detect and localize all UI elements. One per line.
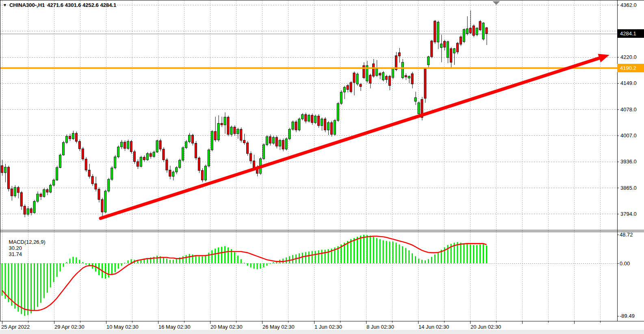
candle: [308, 114, 310, 123]
candle: [40, 193, 42, 200]
candle: [269, 134, 271, 145]
candle: [20, 191, 22, 210]
macd-signal-value: 31.74: [9, 251, 22, 257]
candle: [382, 71, 384, 81]
time-scale[interactable]: 25 Apr 202229 Apr 02:3010 May 02:3016 Ma…: [1, 321, 601, 330]
candle: [50, 184, 52, 193]
candle: [7, 166, 9, 191]
macd-value: 30.20: [9, 245, 22, 251]
candle: [130, 140, 132, 154]
candle: [189, 133, 191, 143]
candle: [411, 72, 413, 89]
candle: [476, 27, 478, 36]
candle: [69, 134, 71, 141]
candle: [33, 200, 35, 214]
candle: [63, 141, 65, 156]
candle: [401, 59, 403, 79]
candle: [450, 47, 452, 68]
chart-title: ▼ CHINA300-,H1 4271.6 4301.6 4252.6 4284…: [3, 2, 116, 8]
candle: [108, 178, 110, 193]
candle: [460, 35, 462, 46]
candle: [114, 155, 116, 169]
candle: [30, 207, 32, 215]
macd-scale[interactable]: 48.720.00-89.49: [617, 232, 635, 319]
chart-shift-marker-icon[interactable]: [492, 1, 500, 5]
candle: [266, 135, 268, 146]
candle: [98, 187, 100, 202]
candle: [350, 81, 352, 93]
candles-layer: [1, 11, 488, 217]
candle: [85, 157, 87, 172]
candle: [240, 128, 242, 143]
candle: [117, 145, 119, 158]
candle: [56, 166, 58, 181]
candle: [456, 42, 458, 54]
candle: [198, 156, 200, 173]
candle: [208, 148, 210, 167]
candle: [321, 117, 323, 131]
candle: [314, 115, 317, 124]
price-tick-label: 4078.0: [620, 106, 637, 113]
candle: [201, 168, 203, 182]
hline-price-box[interactable]: 4190.2: [617, 64, 644, 72]
candle: [143, 155, 145, 161]
candle: [330, 121, 332, 137]
price-tick-label: 4007.0: [620, 132, 637, 139]
chart-window: ▼ CHINA300-,H1 4271.6 4301.6 4252.6 4284…: [0, 0, 644, 334]
ohlc-values: 4271.6 4301.6 4252.6 4284.1: [47, 2, 116, 8]
candle: [27, 206, 29, 216]
candle: [230, 126, 232, 137]
candle: [337, 102, 339, 122]
candle: [434, 20, 436, 44]
bottom-strip: [0, 330, 644, 334]
candle: [88, 164, 90, 178]
symbol-timeframe-label: CHINA300-,H1: [9, 2, 45, 8]
macd-tick-label: -89.49: [620, 313, 635, 319]
candle: [1, 160, 3, 176]
candle: [324, 117, 326, 132]
candle: [369, 74, 371, 88]
candle: [82, 147, 84, 161]
candle: [466, 16, 468, 35]
candle: [431, 40, 433, 58]
candle: [140, 156, 142, 167]
time-tick-label: 20 Jun 02:30: [471, 324, 501, 330]
macd-histogram: [2, 235, 488, 316]
price-tick-label: 3936.0: [620, 158, 637, 165]
time-tick-label: 10 May 02:30: [106, 324, 139, 330]
candle: [334, 119, 336, 136]
candle: [185, 140, 187, 149]
candle: [182, 146, 184, 162]
candle: [424, 68, 426, 103]
candle: [386, 75, 388, 83]
macd-tick-label: 0.00: [620, 260, 630, 267]
candle: [227, 116, 229, 137]
indicator-label: MACD(12,26,9) 30.20 31.74: [3, 233, 47, 263]
candle: [111, 166, 113, 181]
candle: [285, 137, 287, 151]
candle: [311, 113, 313, 125]
candle: [343, 86, 345, 99]
candle: [163, 147, 165, 162]
candle: [486, 27, 488, 45]
candle: [104, 190, 106, 213]
symbol-dropdown-icon[interactable]: ▼: [3, 2, 7, 8]
candle: [447, 41, 449, 63]
candle: [166, 158, 168, 173]
candle: [427, 56, 429, 67]
candle: [482, 22, 484, 41]
candle: [195, 141, 197, 160]
candle: [353, 72, 355, 95]
candle: [137, 159, 139, 169]
candle: [408, 76, 410, 83]
candle: [217, 115, 219, 142]
price-tick-label: 4220.0: [620, 54, 637, 60]
candle: [204, 165, 206, 182]
chart-canvas[interactable]: 4362.04291.04220.04149.04078.04007.03936…: [0, 0, 644, 334]
candle: [440, 35, 442, 62]
candle: [72, 131, 74, 140]
candle: [469, 11, 471, 34]
candle: [159, 139, 161, 152]
candle: [305, 113, 307, 123]
macd-tick-label: 48.72: [620, 232, 633, 238]
